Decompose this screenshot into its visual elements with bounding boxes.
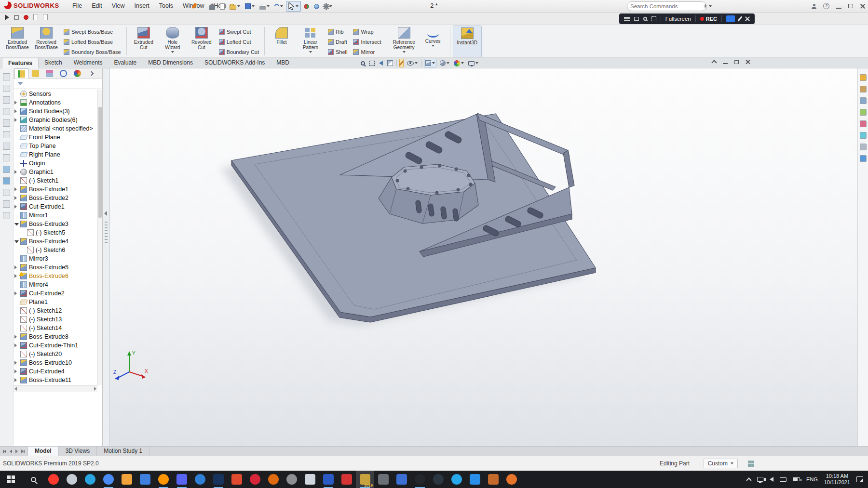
rib-button[interactable]: Rib: [325, 26, 350, 37]
ribbon-tab[interactable]: SOLIDWORKS Add-Ins: [199, 58, 271, 68]
volume-icon[interactable]: [770, 477, 773, 482]
dock-tool-11-icon[interactable]: [3, 189, 10, 196]
taskbar-app-word[interactable]: [319, 471, 338, 488]
ribbon-tab[interactable]: MBD Dimensions: [142, 58, 199, 68]
doc-restore-button[interactable]: [734, 60, 739, 64]
menu-item[interactable]: Insert: [130, 0, 154, 12]
boundary-boss-base-button[interactable]: Boundary Boss/Base: [61, 47, 124, 57]
expand-arrow-icon[interactable]: [14, 187, 19, 191]
taskbar-app-photoshop[interactable]: [209, 471, 228, 488]
lofted-cut-button[interactable]: Lofted Cut: [216, 37, 262, 47]
doc-close-button[interactable]: [746, 60, 750, 65]
run-macro-icon[interactable]: [5, 14, 9, 20]
clock[interactable]: 10:18 AM 10/11/2021: [824, 473, 850, 486]
minimize-button[interactable]: [836, 8, 841, 9]
previous-view-button[interactable]: [378, 59, 384, 67]
feature-tree-item[interactable]: Mirror3: [14, 254, 97, 263]
document-tab[interactable]: 3D Views: [59, 447, 97, 456]
expand-arrow-icon[interactable]: [14, 223, 19, 225]
recorder-window-icon[interactable]: [634, 17, 639, 21]
taskbar-app-flame[interactable]: [502, 471, 521, 488]
menu-item[interactable]: Edit: [87, 0, 107, 12]
taskbar-app-visual-studio[interactable]: [466, 471, 484, 488]
feature-tree-item[interactable]: Cut-Extrude1: [14, 202, 97, 211]
feature-tree-item[interactable]: Cut-Extrude-Thin1: [14, 341, 97, 350]
tab-feature-manager[interactable]: [14, 68, 28, 79]
revolved-cut-button[interactable]: Revolved Cut: [187, 26, 216, 57]
menu-item[interactable]: View: [107, 0, 130, 12]
taskbar-app-tools[interactable]: [374, 471, 393, 488]
file-properties-button[interactable]: [312, 1, 321, 12]
expand-arrow-icon[interactable]: [14, 170, 19, 174]
dock-tool-2-icon[interactable]: [3, 85, 10, 92]
dock-tool-7-icon[interactable]: [3, 143, 10, 150]
dock-tool-10-icon[interactable]: [3, 177, 10, 185]
feature-tree-item[interactable]: Mirror1: [14, 211, 97, 220]
curves-button[interactable]: Curves: [419, 26, 448, 57]
recorder-menu-icon[interactable]: [624, 17, 630, 21]
recorder-region-icon[interactable]: [651, 16, 656, 21]
options-button[interactable]: [322, 1, 334, 12]
taskbar-app-obs[interactable]: [411, 471, 429, 488]
feature-tree-item[interactable]: Solid Bodies(3): [14, 107, 97, 116]
feature-tree-item[interactable]: Boss-Extrude5: [14, 263, 97, 272]
expand-arrow-icon[interactable]: [14, 196, 19, 200]
collapse-ribbon-icon[interactable]: [711, 60, 717, 65]
first-tab-icon[interactable]: [4, 449, 6, 453]
instant3d-button[interactable]: Instant3D: [453, 26, 482, 57]
taskbar-app-skype[interactable]: [448, 471, 466, 488]
view-orientation-button[interactable]: [424, 59, 436, 67]
select-tool-button[interactable]: [286, 1, 301, 12]
expand-arrow-icon[interactable]: [14, 361, 19, 365]
expand-arrow-icon[interactable]: [14, 274, 19, 278]
boundary-cut-button[interactable]: Boundary Cut: [216, 47, 262, 57]
section-view-button[interactable]: [386, 59, 394, 67]
tree-horizontal-scrollbar[interactable]: [14, 385, 97, 392]
feature-tree-item[interactable]: Graphic Bodies(6): [14, 116, 97, 124]
dock-tool-4-icon[interactable]: [3, 108, 10, 115]
feature-tree-item[interactable]: (-) Sketch1: [14, 176, 97, 185]
tab-configuration-manager[interactable]: [42, 68, 56, 79]
expand-arrow-icon[interactable]: [14, 369, 19, 373]
feature-tree-item[interactable]: Boss-Extrude10: [14, 358, 97, 367]
last-tab-icon[interactable]: [21, 449, 24, 453]
taskbar-app-paint[interactable]: [301, 471, 319, 488]
feature-tree-item[interactable]: Origin: [14, 159, 97, 168]
taskbar-app-opera-gx[interactable]: [246, 471, 264, 488]
maximize-button[interactable]: [848, 4, 853, 8]
panel-tab-overflow[interactable]: [84, 68, 98, 79]
hole-wizard-button[interactable]: Hole Wizard: [158, 26, 187, 57]
feature-tree-item[interactable]: Boss-Extrude11: [14, 376, 97, 384]
intersect-button[interactable]: Intersect: [350, 37, 384, 47]
document-tab[interactable]: Motion Study 1: [97, 447, 149, 456]
hidden-icons-chevron-icon[interactable]: [746, 477, 751, 483]
dock-tool-1-icon[interactable]: [3, 73, 10, 80]
zoom-to-area-button[interactable]: [368, 59, 376, 67]
display-state-dropdown[interactable]: Custom: [704, 459, 738, 468]
filter-icon[interactable]: [17, 82, 23, 85]
lofted-boss-base-button[interactable]: Lofted Boss/Base: [61, 37, 124, 47]
reference-geometry-button[interactable]: Reference Geometry: [390, 26, 419, 57]
expand-arrow-icon[interactable]: [14, 101, 19, 105]
feature-tree-item[interactable]: Material <not specified>: [14, 124, 97, 133]
file-explorer-icon[interactable]: [860, 97, 867, 104]
feature-tree-item[interactable]: Boss-Extrude6: [14, 272, 97, 280]
search-icon[interactable]: [705, 4, 706, 8]
expand-arrow-icon[interactable]: [14, 343, 19, 347]
network-icon[interactable]: [757, 477, 763, 482]
print-button[interactable]: [258, 1, 271, 12]
ribbon-tab[interactable]: Sketch: [39, 58, 68, 68]
ribbon-tab[interactable]: Features: [2, 58, 39, 68]
panel-splitter[interactable]: [103, 68, 110, 446]
new-document-button[interactable]: [218, 1, 227, 12]
taskbar-app-word-2[interactable]: [393, 471, 411, 488]
feature-tree-item[interactable]: Top Plane: [14, 142, 97, 150]
taskbar-app-solidworks[interactable]: 2019: [356, 471, 374, 488]
recorder-draw-icon[interactable]: [737, 16, 742, 21]
feature-tree-item[interactable]: Boss-Extrude3: [14, 220, 97, 228]
ribbon-tab[interactable]: Evaluate: [108, 58, 143, 68]
recorder-zoom-icon[interactable]: [643, 17, 647, 21]
expand-arrow-icon[interactable]: [14, 118, 19, 122]
dock-tool-5-icon[interactable]: [3, 119, 10, 127]
extruded-boss-base-button[interactable]: Extruded Boss/Base: [3, 26, 32, 57]
